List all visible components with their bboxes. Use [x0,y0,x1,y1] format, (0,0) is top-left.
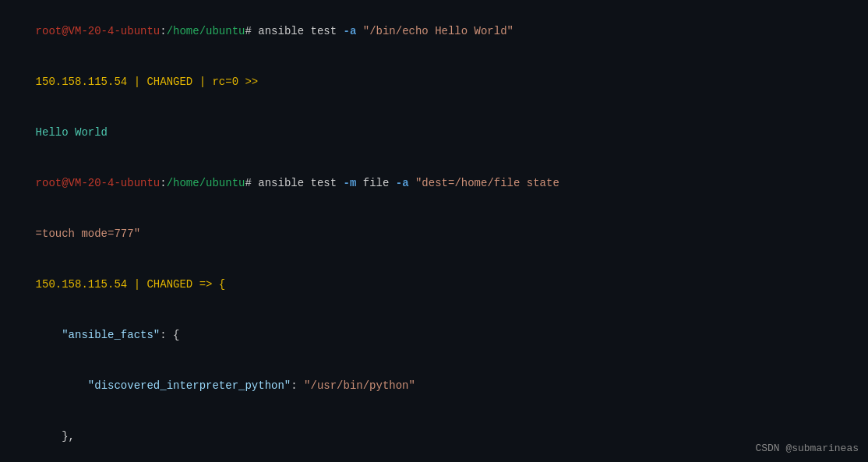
colon2: : [291,379,304,392]
output-changed2: CHANGED [146,278,192,291]
output-arrow: => { [192,278,225,291]
cmd-flag-a2: -a [396,177,409,189]
line-4: root@VM-20-4-ubuntu:/home/ubuntu# ansibl… [9,158,859,209]
output-ip1: 150.158.115.54 | [36,76,147,88]
cmd-flag-m2: -m [344,177,357,189]
output-ip2: 150.158.115.54 | [36,278,147,291]
cmd-space [356,25,362,37]
cmd-ansible: ansible test [258,25,343,37]
prompt-colon2: : [160,177,166,189]
cmd-flag-a1: -a [344,25,357,37]
line-3: Hello World [9,108,859,158]
cmd-arg1: "/bin/echo Hello World" [363,25,513,37]
cmd-ansible2: ansible test [258,177,343,189]
cmd-arg2b: =touch mode=777" [36,227,140,240]
terminal-window: root@VM-20-4-ubuntu:/home/ubuntu# ansibl… [0,0,868,462]
colon1: : { [160,329,179,341]
prompt-path2: /home/ubuntu [167,177,245,189]
line-8: "discovered_interpreter_python": "/usr/b… [9,361,859,411]
indent3: }, [36,430,75,443]
prompt-colon: : [160,25,166,37]
prompt-path: /home/ubuntu [167,25,245,37]
watermark: CSDN @submarineas [755,441,859,457]
output-hello: Hello World [36,126,108,139]
prompt-user: root@VM-20-4-ubuntu [36,25,161,37]
line-2: 150.158.115.54 | CHANGED | rc=0 >> [9,57,859,108]
line-5: =touch mode=777" [9,209,859,259]
cmd-space2 [409,177,415,189]
output-changed1: CHANGED [146,76,192,88]
json-key-facts: "ansible_facts" [62,329,160,341]
json-key-python: "discovered_interpreter_python" [88,379,291,392]
indent1 [36,329,62,341]
cmd-file: file [356,177,395,189]
line-7: "ansible_facts": { [9,310,859,361]
cmd-arg2: "dest=/home/file state [415,177,559,189]
prompt-user2: root@VM-20-4-ubuntu [36,177,161,189]
json-val-python: "/usr/bin/python" [304,379,415,392]
output-rc1: | rc=0 >> [192,76,258,88]
prompt-hash2: # [245,177,258,189]
indent2 [36,379,88,392]
line-6: 150.158.115.54 | CHANGED => { [9,259,859,310]
line-1: root@VM-20-4-ubuntu:/home/ubuntu# ansibl… [9,6,859,57]
prompt-hash: # [245,25,258,37]
line-9: }, [9,412,859,463]
